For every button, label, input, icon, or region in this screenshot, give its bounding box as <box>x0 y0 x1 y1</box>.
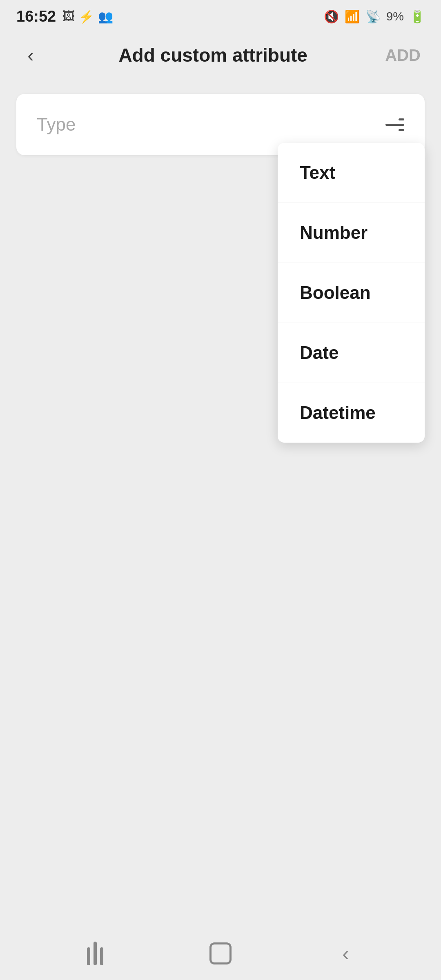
type-placeholder: Type <box>37 114 76 135</box>
dropdown-item-number[interactable]: Number <box>278 203 425 263</box>
nav-bar: ‹ <box>0 927 441 980</box>
menu-line-3 <box>399 129 404 131</box>
dropdown-menu: Text Number Boolean Date Datetime <box>278 143 425 443</box>
wifi-icon: 📶 <box>345 9 360 24</box>
menu-line-1 <box>399 118 404 120</box>
recents-button[interactable] <box>71 937 120 970</box>
dropdown-item-boolean[interactable]: Boolean <box>278 263 425 323</box>
menu-icon[interactable] <box>385 118 404 131</box>
home-button[interactable] <box>196 937 245 970</box>
page-title: Add custom attribute <box>118 44 307 66</box>
back-nav-icon: ‹ <box>342 942 349 965</box>
back-button[interactable]: ‹ <box>16 41 45 69</box>
battery-icon: 🔋 <box>410 9 425 24</box>
recents-icon <box>87 942 103 965</box>
contacts-icon: 👥 <box>98 9 113 24</box>
status-bar: 16:52 🖼 ⚡ 👥 🔇 📶 📡 9% 🔋 <box>0 0 441 33</box>
home-icon <box>209 942 232 964</box>
gallery-icon: 🖼 <box>62 9 75 23</box>
back-nav-button[interactable]: ‹ <box>321 937 370 970</box>
menu-line-2 <box>385 124 404 126</box>
battery-percentage: 9% <box>386 9 404 23</box>
main-content: Type Text Number Boolean Date Datetime <box>0 78 441 155</box>
dropdown-item-datetime[interactable]: Datetime <box>278 383 425 443</box>
status-bar-left: 16:52 🖼 ⚡ 👥 <box>16 8 113 25</box>
battery-saver-icon: ⚡ <box>79 9 94 24</box>
status-time: 16:52 <box>16 8 56 25</box>
app-bar: ‹ Add custom attribute ADD <box>0 33 441 78</box>
mute-icon: 🔇 <box>324 9 339 24</box>
back-arrow-icon: ‹ <box>27 44 33 66</box>
dropdown-item-date[interactable]: Date <box>278 323 425 383</box>
status-bar-right: 🔇 📶 📡 9% 🔋 <box>324 9 425 24</box>
status-icons: 🖼 ⚡ 👥 <box>62 9 113 24</box>
add-action-button[interactable]: ADD <box>381 42 425 69</box>
dropdown-item-text[interactable]: Text <box>278 143 425 203</box>
signal-icon: 📡 <box>365 9 381 24</box>
